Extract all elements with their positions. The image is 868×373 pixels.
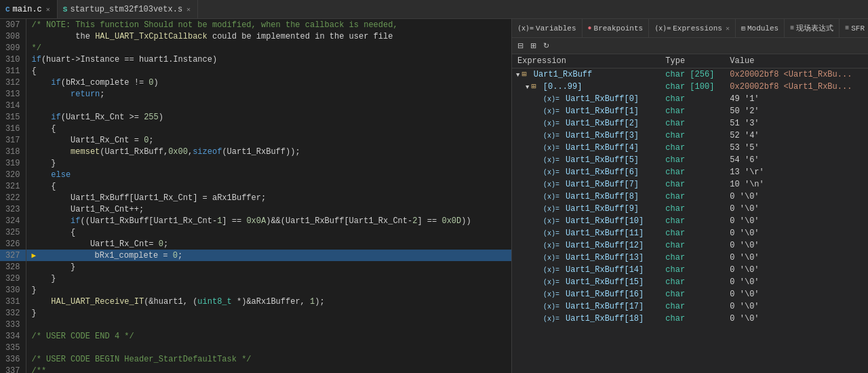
code-line-319: 319 } bbox=[0, 157, 511, 169]
var-name[interactable]: (x)= Uart1_RxBuff[17] bbox=[512, 300, 660, 313]
var-value: 0 '\0' bbox=[724, 288, 868, 300]
var-type: char bbox=[660, 264, 724, 276]
var-name[interactable]: (x)= Uart1_RxBuff[3] bbox=[512, 130, 660, 142]
tab-main-c-label: main.c bbox=[13, 5, 42, 14]
var-row: (x)= Uart1_RxBuff[10]char0 '\0' bbox=[512, 215, 868, 227]
tab-main-c-close[interactable]: ✕ bbox=[45, 5, 52, 14]
line-content-335 bbox=[26, 342, 511, 353]
var-icon: (x)= bbox=[543, 218, 564, 225]
code-line-333: 333 bbox=[0, 319, 511, 330]
var-name[interactable]: ▼⊞ [0...99] bbox=[512, 81, 660, 93]
line-content-317: Uart1_Rx_Cnt = 0; bbox=[26, 134, 511, 146]
line-number-334: 334 bbox=[0, 330, 26, 342]
refresh-btn[interactable]: ↻ bbox=[540, 40, 552, 52]
code-line-312: 312 if(bRx1_complete != 0) bbox=[0, 77, 511, 88]
tab-main-c[interactable]: C main.c ✕ bbox=[0, 0, 58, 18]
var-name[interactable]: (x)= Uart1_RxBuff[6] bbox=[512, 166, 660, 178]
tab-startup[interactable]: S startup_stm32f103vetx.s ✕ bbox=[58, 0, 198, 18]
col-value: Value bbox=[724, 54, 868, 68]
var-type: char bbox=[660, 178, 724, 191]
line-content-310: if(huart->Instance == huart1.Instance) bbox=[26, 54, 511, 65]
var-type: char bbox=[660, 239, 724, 252]
var-value: 13 '\r' bbox=[724, 166, 868, 178]
var-name-text: Uart1_RxBuff[1] bbox=[566, 106, 639, 116]
debug-tab-watchexpr-label: 现场表达式 bbox=[796, 23, 833, 33]
var-name[interactable]: (x)= Uart1_RxBuff[5] bbox=[512, 154, 660, 166]
expressions-close-icon[interactable]: ✕ bbox=[726, 24, 730, 33]
line-content-329: } bbox=[26, 273, 511, 284]
var-name[interactable]: (x)= Uart1_RxBuff[7] bbox=[512, 178, 660, 191]
collapse-all-btn[interactable]: ⊟ bbox=[515, 40, 526, 52]
code-line-314: 314 bbox=[0, 100, 511, 111]
debug-tab-expressions[interactable]: (x)= Expressions ✕ bbox=[649, 19, 736, 37]
code-line-330: 330} bbox=[0, 284, 511, 296]
line-number-318: 318 bbox=[0, 146, 26, 157]
watchexpr-icon: ≡ bbox=[790, 24, 794, 32]
line-content-334: /* USER CODE END 4 */ bbox=[26, 330, 511, 342]
var-name[interactable]: (x)= Uart1_RxBuff[9] bbox=[512, 203, 660, 215]
line-content-333 bbox=[26, 319, 511, 330]
var-name[interactable]: (x)= Uart1_RxBuff[4] bbox=[512, 142, 660, 154]
var-name[interactable]: (x)= Uart1_RxBuff[16] bbox=[512, 288, 660, 300]
var-row: (x)= Uart1_RxBuff[8]char0 '\0' bbox=[512, 191, 868, 203]
var-value: 0 '\0' bbox=[724, 264, 868, 276]
var-name[interactable]: (x)= Uart1_RxBuff[2] bbox=[512, 117, 660, 130]
var-name[interactable]: ▼⊞ Uart1_RxBuff bbox=[512, 68, 660, 81]
code-line-311: 311{ bbox=[0, 65, 511, 77]
var-name-text: Uart1_RxBuff[4] bbox=[566, 143, 639, 153]
line-number-315: 315 bbox=[0, 111, 26, 123]
var-name[interactable]: (x)= Uart1_RxBuff[11] bbox=[512, 227, 660, 239]
line-content-332: } bbox=[26, 307, 511, 319]
code-line-332: 332} bbox=[0, 307, 511, 319]
var-type: char bbox=[660, 191, 724, 203]
line-number-313: 313 bbox=[0, 88, 26, 100]
debug-tab-watchexpr[interactable]: ≡ 现场表达式 bbox=[785, 19, 840, 37]
var-name[interactable]: (x)= Uart1_RxBuff[8] bbox=[512, 191, 660, 203]
debug-tab-breakpoints[interactable]: ● Breakpoints bbox=[583, 19, 650, 37]
var-name[interactable]: (x)= Uart1_RxBuff[14] bbox=[512, 264, 660, 276]
debug-tab-sfr[interactable]: ≡ SFR bbox=[840, 19, 868, 37]
tab-bar: C main.c ✕ S startup_stm32f103vetx.s ✕ bbox=[0, 0, 868, 19]
line-number-323: 323 bbox=[0, 203, 26, 215]
line-content-320: else bbox=[26, 169, 511, 180]
var-name[interactable]: (x)= Uart1_RxBuff[15] bbox=[512, 276, 660, 288]
line-number-314: 314 bbox=[0, 100, 26, 111]
db-icon: ⊞ bbox=[531, 82, 540, 92]
debug-tab-variables[interactable]: (x)= Variables bbox=[512, 19, 583, 37]
line-content-327: ▶ bRx1_complete = 0; bbox=[26, 250, 511, 261]
debug-tab-modules[interactable]: ⊞ Modules bbox=[736, 19, 785, 37]
line-number-312: 312 bbox=[0, 77, 26, 88]
var-value: 0 '\0' bbox=[724, 215, 868, 227]
var-row: (x)= Uart1_RxBuff[2]char51 '3' bbox=[512, 117, 868, 130]
var-name[interactable]: (x)= Uart1_RxBuff[18] bbox=[512, 313, 660, 325]
var-name-text: Uart1_RxBuff[18] bbox=[566, 314, 644, 323]
expand-icon[interactable]: ▼ bbox=[526, 84, 529, 91]
code-line-318: 318 memset(Uart1_RxBuff,0x00,sizeof(Uart… bbox=[0, 146, 511, 157]
var-name-text: Uart1_RxBuff[7] bbox=[566, 180, 639, 189]
line-content-308: the HAL_UART_TxCpltCallback could be imp… bbox=[26, 31, 511, 42]
tab-startup-label: startup_stm32f103vetx.s bbox=[70, 5, 182, 14]
code-line-317: 317 Uart1_Rx_Cnt = 0; bbox=[0, 134, 511, 146]
var-name[interactable]: (x)= Uart1_RxBuff[12] bbox=[512, 239, 660, 252]
code-scroll[interactable]: 307/* NOTE: This function Should not be … bbox=[0, 19, 511, 373]
code-line-337: 337/** bbox=[0, 365, 511, 373]
line-content-318: memset(Uart1_RxBuff,0x00,sizeof(Uart1_Rx… bbox=[26, 146, 511, 157]
var-table-container[interactable]: Expression Type Value ▼⊞ Uart1_RxBuffcha… bbox=[512, 54, 868, 373]
var-name[interactable]: (x)= Uart1_RxBuff[13] bbox=[512, 252, 660, 264]
line-number-317: 317 bbox=[0, 134, 26, 146]
var-name[interactable]: (x)= Uart1_RxBuff[0] bbox=[512, 93, 660, 105]
expand-all-btn[interactable]: ⊞ bbox=[528, 40, 539, 52]
tab-startup-close[interactable]: ✕ bbox=[185, 5, 192, 14]
debug-arrow: ▶ bbox=[32, 251, 37, 260]
var-type: char bbox=[660, 252, 724, 264]
line-number-321: 321 bbox=[0, 180, 26, 192]
line-number-330: 330 bbox=[0, 284, 26, 296]
debug-tab-breakpoints-label: Breakpoints bbox=[594, 24, 644, 33]
code-line-326: 326 Uart1_Rx_Cnt= 0; bbox=[0, 238, 511, 250]
var-icon: (x)= bbox=[543, 205, 564, 213]
expand-icon[interactable]: ▼ bbox=[516, 72, 519, 79]
var-name[interactable]: (x)= Uart1_RxBuff[10] bbox=[512, 215, 660, 227]
var-name[interactable]: (x)= Uart1_RxBuff[1] bbox=[512, 105, 660, 117]
var-icon: (x)= bbox=[543, 157, 564, 164]
col-expression: Expression bbox=[512, 54, 660, 68]
